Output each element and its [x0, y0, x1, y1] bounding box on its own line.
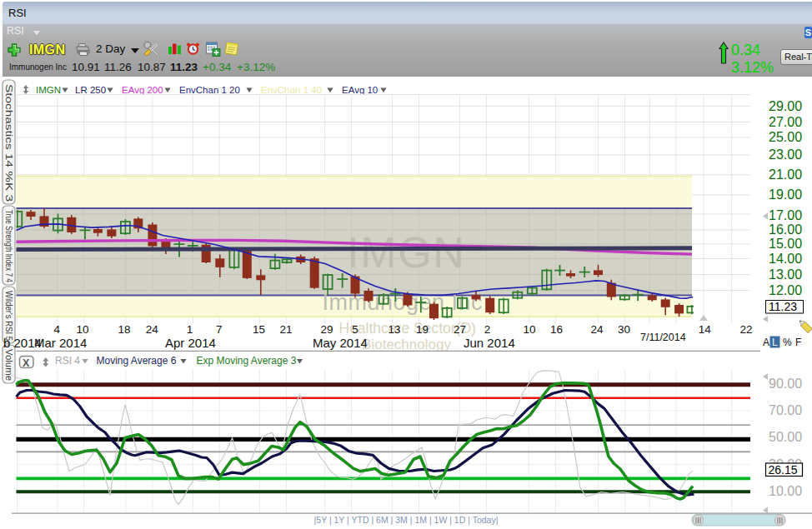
svg-text:10.00: 10.00 — [769, 484, 802, 498]
svg-text:24: 24 — [590, 323, 604, 336]
svg-text:7/11/2014: 7/11/2014 — [640, 332, 686, 343]
svg-text:12.00: 12.00 — [769, 283, 802, 297]
svg-text:19.00: 19.00 — [769, 187, 802, 202]
svg-text:27.00: 27.00 — [769, 115, 802, 129]
svg-text:10: 10 — [76, 323, 88, 336]
svg-text:23.00: 23.00 — [769, 147, 802, 162]
svg-text:13: 13 — [388, 323, 400, 336]
svg-text:Biotechnology: Biotechnology — [362, 337, 451, 352]
svg-text:50.00: 50.00 — [769, 430, 802, 444]
svg-text:70.00: 70.00 — [769, 403, 802, 417]
svg-text:EnvChan 1 40: EnvChan 1 40 — [261, 85, 322, 95]
svg-text:22: 22 — [739, 323, 752, 336]
svg-text:17.00: 17.00 — [769, 208, 802, 222]
svg-text:%: % — [783, 337, 792, 348]
svg-text:24: 24 — [146, 323, 159, 336]
svg-text:LR 250: LR 250 — [75, 85, 106, 95]
svg-text:5: 5 — [352, 323, 358, 336]
svg-text:A: A — [763, 337, 769, 348]
svg-text:15.00: 15.00 — [769, 237, 802, 251]
svg-text:90.00: 90.00 — [769, 377, 802, 391]
svg-text:L: L — [772, 337, 778, 348]
svg-text:Exp Moving Average 3: Exp Moving Average 3 — [197, 355, 297, 367]
svg-text:15: 15 — [253, 323, 265, 336]
svg-text:14.00: 14.00 — [769, 252, 802, 266]
svg-text:2: 2 — [484, 323, 491, 336]
svg-text:EnvChan 1 20: EnvChan 1 20 — [179, 85, 240, 95]
svg-text:29.00: 29.00 — [769, 99, 802, 113]
svg-text:19: 19 — [416, 323, 429, 336]
svg-text:10: 10 — [523, 323, 535, 336]
svg-text:16.00: 16.00 — [769, 222, 802, 237]
svg-text:Moving Average 6: Moving Average 6 — [97, 355, 177, 367]
svg-text:11.23: 11.23 — [769, 300, 797, 313]
svg-text:16: 16 — [550, 323, 563, 336]
svg-text:25.00: 25.00 — [769, 130, 802, 144]
svg-text:True Strength Index 7 4: True Strength Index 7 4 — [4, 210, 13, 282]
svg-text:Jun 2014: Jun 2014 — [464, 336, 515, 350]
svg-text:Stochastics 14 %K 3: Stochastics 14 %K 3 — [4, 84, 13, 202]
svg-text:1: 1 — [187, 323, 193, 336]
svg-text:7: 7 — [216, 323, 223, 336]
svg-text:29: 29 — [320, 323, 333, 336]
svg-text:EAvg 10: EAvg 10 — [342, 85, 378, 95]
svg-text:|5Y | 1Y | YTD | 6M | 3M | 1M: |5Y | 1Y | YTD | 6M | 3M | 1M | 1W | 1D … — [314, 515, 499, 525]
svg-text:14: 14 — [699, 323, 712, 336]
svg-text:EAvg 200: EAvg 200 — [122, 85, 163, 95]
svg-text:X: X — [23, 357, 30, 369]
svg-text:18: 18 — [118, 323, 130, 336]
svg-text:May 2014: May 2014 — [313, 336, 368, 350]
svg-text:26.15: 26.15 — [769, 463, 798, 477]
svg-text:Volume: Volume — [4, 349, 13, 381]
svg-text:13.00: 13.00 — [769, 267, 802, 282]
svg-text:21.00: 21.00 — [769, 167, 802, 182]
svg-text:IMGN: IMGN — [347, 228, 466, 277]
svg-text:IMGN: IMGN — [36, 85, 61, 95]
svg-text:4: 4 — [54, 323, 61, 336]
svg-text:27: 27 — [454, 323, 466, 336]
svg-text:F: F — [795, 337, 801, 348]
svg-text:30: 30 — [618, 323, 630, 336]
svg-text:Mar 2014: Mar 2014 — [34, 336, 87, 350]
svg-text:Wilder's RSI 5: Wilder's RSI 5 — [4, 291, 13, 341]
svg-text:Apr 2014: Apr 2014 — [165, 336, 216, 350]
svg-text:21: 21 — [279, 323, 292, 336]
svg-text:RSI 4: RSI 4 — [55, 355, 80, 367]
